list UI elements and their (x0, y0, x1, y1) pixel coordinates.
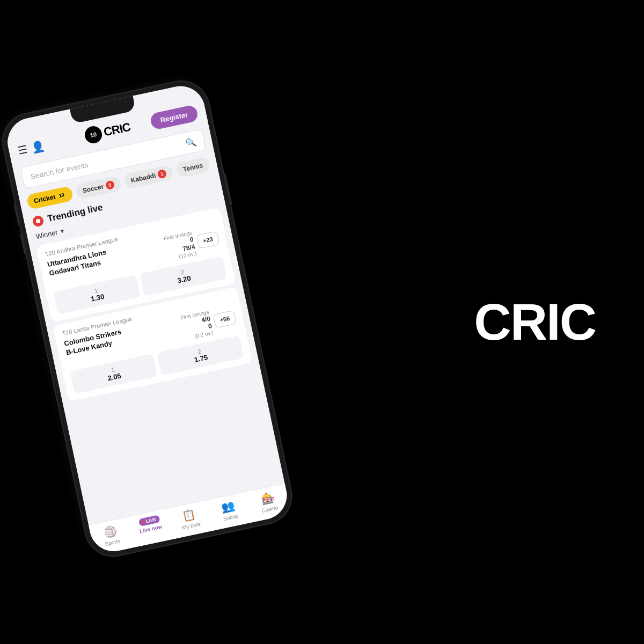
menu-icon[interactable]: ☰ (16, 142, 28, 157)
matches-scroll: T20 Andhra Premier League Uttarandhra Li… (29, 203, 285, 525)
scene: CRIC ☰ 👤 10 (0, 0, 644, 644)
volume-up-button (14, 204, 20, 225)
live-dot-inner (35, 218, 40, 223)
match-2-score-detail: First innings 4/0 0 (0.2 ov.) (180, 309, 214, 341)
chevron-down-icon: ▼ (59, 228, 65, 235)
app-screen: ☰ 👤 10 CRIC Register Search (3, 82, 291, 556)
tab-soccer-badge: 5 (105, 180, 115, 190)
match-1-plus-badge[interactable]: +23 (196, 231, 220, 249)
register-button[interactable]: Register (149, 104, 199, 130)
nav-casino-label: Casino (261, 504, 279, 514)
nav-sports[interactable]: 🏐 Sports (90, 521, 133, 550)
sports-icon: 🏐 (103, 524, 118, 539)
nav-social[interactable]: 👥 Social (207, 496, 251, 525)
tab-cricket-label: Cricket (33, 193, 56, 205)
brand-logo: CRIC (474, 292, 596, 352)
volume-down-button (20, 233, 26, 254)
live-now-dot (142, 521, 145, 524)
logo-badge: 10 (83, 125, 104, 145)
tab-tennis-label: Tennis (182, 162, 204, 173)
tab-cricket-badge: 10 (56, 190, 67, 200)
phone-outer: ☰ 👤 10 CRIC Register Search (0, 76, 296, 561)
user-icon[interactable]: 👤 (30, 138, 46, 154)
tab-kabaddi-label: Kabaddi (130, 172, 156, 185)
match-1-score-detail: First innings 0 78/4 (12 ov.) (163, 230, 197, 262)
match-2-plus-badge[interactable]: +56 (213, 310, 237, 328)
live-nav-text: LIVE (145, 517, 157, 524)
nav-live-now[interactable]: LIVE Live now (129, 513, 172, 541)
my-bets-icon: 📋 (181, 507, 196, 523)
live-indicator (32, 215, 45, 228)
logo-text: CRIC (103, 120, 131, 139)
casino-icon: 🎰 (260, 491, 275, 506)
social-icon: 👥 (221, 499, 236, 515)
nav-social-label: Social (223, 513, 238, 522)
tab-kabaddi-badge: 1 (157, 169, 167, 179)
search-icon: 🔍 (185, 136, 197, 149)
phone-device: ☰ 👤 10 CRIC Register Search (0, 76, 296, 561)
nav-casino[interactable]: 🎰 Casino (246, 488, 290, 516)
nav-my-bets[interactable]: 📋 My bets (168, 504, 211, 533)
phone-screen: ☰ 👤 10 CRIC Register Search (3, 82, 291, 556)
app-logo: 10 CRIC (83, 118, 132, 144)
nav-sports-label: Sports (105, 538, 121, 547)
tab-soccer-label: Soccer (82, 182, 104, 194)
